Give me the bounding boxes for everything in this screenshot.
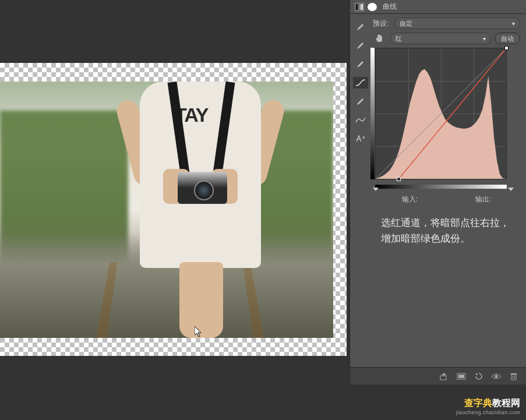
watermark-area: 查字典教程网 jiaocheng.chazidian.com [0,397,526,420]
input-gradient [375,185,507,189]
visibility-icon[interactable] [489,370,504,383]
reset-icon[interactable] [471,370,486,383]
svg-rect-2 [440,376,446,380]
clip-to-layer-icon[interactable] [436,370,451,383]
input-label: 输入: [402,195,418,204]
white-point-slider[interactable] [508,188,514,191]
trash-icon[interactable] [506,370,521,383]
svg-line-1 [399,48,506,179]
svg-rect-7 [511,373,517,375]
instruction-text: 选红通道，将暗部点往右拉，增加暗部绿色成份。 [373,204,520,257]
text-annotation-icon[interactable] [353,133,368,144]
view-previous-icon[interactable] [454,370,469,383]
output-label: 输出: [475,195,491,204]
channel-select[interactable]: 红 [390,33,491,44]
panel-title: 曲线 [383,2,397,12]
adjustment-icon[interactable] [355,3,364,11]
eyedropper-black-icon[interactable] [353,21,368,33]
eyedropper-white-icon[interactable] [353,58,368,70]
black-point-slider[interactable] [373,188,379,191]
preset-label: 预设: [373,19,389,29]
output-gradient [370,48,375,179]
curve-point-shadow[interactable] [397,177,401,181]
pencil-tool-icon[interactable] [353,96,368,107]
curve-line[interactable] [376,48,506,179]
svg-point-5 [495,375,498,377]
auto-button[interactable]: 自动 [495,33,520,44]
svg-rect-6 [511,375,516,380]
cursor-icon [195,326,204,338]
svg-line-0 [376,48,506,179]
targeted-adjustment-icon[interactable] [373,33,387,44]
panel-footer [350,367,526,384]
curves-editor[interactable] [375,48,511,184]
eyedropper-gray-icon[interactable] [353,40,368,51]
watermark-brand-prefix: 查字典 [464,398,492,408]
smooth-tool-icon[interactable] [353,114,368,126]
canvas-area[interactable]: TAY [0,0,350,384]
curve-point-highlight[interactable] [504,46,509,50]
mask-icon[interactable] [368,3,377,11]
watermark-url: jiaocheng.chazidian.com [456,410,520,415]
curves-panel: 曲线 [350,0,526,384]
eyedropper-tools [350,14,370,367]
camera-prop [178,172,227,204]
image-content: TAY [0,82,333,338]
panel-header: 曲线 [350,0,526,14]
watermark: 查字典教程网 jiaocheng.chazidian.com [456,397,520,415]
watermark-brand-suffix: 教程网 [492,398,520,408]
svg-rect-4 [458,375,464,378]
preset-select[interactable]: 自定 [394,17,520,29]
curve-point-tool-icon[interactable] [353,77,368,89]
